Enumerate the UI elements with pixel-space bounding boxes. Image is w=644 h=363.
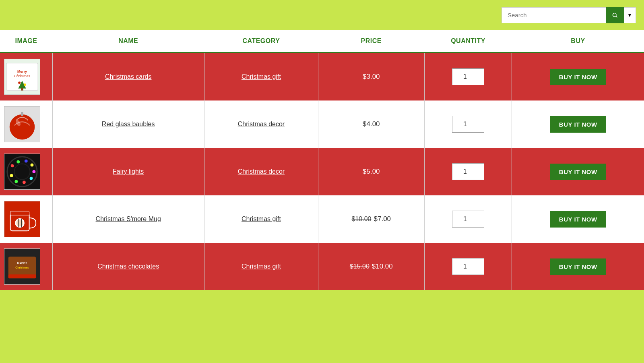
table-header-row: IMAGE NAME CATEGORY PRICE QUANTITY BUY — [0, 30, 644, 53]
svg-point-16 — [25, 160, 28, 163]
svg-point-14 — [11, 164, 14, 167]
product-buy-cell-3: BUY IT NOW — [512, 148, 644, 195]
product-price-cell-2: $4.00 — [318, 100, 425, 148]
product-category-link-5[interactable]: Christmas gift — [242, 263, 281, 270]
product-name-cell-3: Fairy lights — [52, 148, 204, 195]
product-price-3: $5.00 — [363, 168, 380, 175]
product-category-cell-4: Christmas gift — [204, 195, 318, 243]
product-buy-cell-5: BUY IT NOW — [512, 243, 644, 290]
product-quantity-cell-2 — [424, 100, 512, 148]
col-header-quantity: QUANTITY — [424, 30, 512, 53]
col-header-buy: BUY — [512, 30, 644, 53]
search-button[interactable] — [606, 7, 624, 23]
quantity-input-2[interactable] — [452, 116, 484, 133]
quantity-input-1[interactable] — [452, 68, 484, 85]
header: ▼ — [0, 0, 644, 30]
table-row: MERRY Christmas Christmas chocolatesChri… — [0, 243, 644, 290]
search-wrapper: ▼ — [502, 7, 636, 23]
product-price-original-4: $10.00 — [352, 215, 372, 222]
product-price-cell-1: $3.00 — [318, 53, 425, 101]
svg-point-6 — [18, 82, 21, 84]
svg-rect-35 — [8, 275, 36, 279]
product-name-link-1[interactable]: Christmas cards — [105, 73, 152, 80]
col-header-price: PRICE — [318, 30, 425, 53]
product-name-link-3[interactable]: Fairy lights — [113, 168, 144, 175]
product-name-link-4[interactable]: Christmas S'more Mug — [96, 215, 161, 222]
product-buy-cell-4: BUY IT NOW — [512, 195, 644, 243]
product-image-cell-4 — [0, 195, 52, 243]
svg-text:Christmas: Christmas — [15, 266, 29, 269]
col-header-name: NAME — [52, 30, 204, 53]
product-category-link-1[interactable]: Christmas gift — [242, 73, 281, 80]
buy-button-2[interactable]: BUY IT NOW — [550, 116, 606, 133]
product-name-cell-5: Christmas chocolates — [52, 243, 204, 290]
table-row: Merry Christmas Christmas cardsChristmas… — [0, 53, 644, 101]
col-header-category: CATEGORY — [204, 30, 318, 53]
svg-point-15 — [17, 160, 20, 164]
product-buy-cell-1: BUY IT NOW — [512, 53, 644, 101]
search-icon — [612, 12, 618, 18]
svg-rect-5 — [21, 88, 23, 90]
product-image-cell-3 — [0, 148, 52, 195]
product-image-1: Merry Christmas — [4, 59, 40, 95]
svg-rect-10 — [21, 112, 23, 116]
buy-button-3[interactable]: BUY IT NOW — [550, 164, 606, 180]
product-category-cell-5: Christmas gift — [204, 243, 318, 290]
product-category-link-3[interactable]: Christmas decor — [238, 168, 285, 175]
quantity-input-5[interactable] — [452, 258, 484, 275]
product-price-1: $3.00 — [363, 73, 380, 80]
product-name-cell-1: Christmas cards — [52, 53, 204, 101]
product-image-4 — [4, 201, 40, 237]
svg-point-22 — [10, 174, 13, 177]
product-quantity-cell-3 — [424, 148, 512, 195]
product-price-cell-3: $5.00 — [318, 148, 425, 195]
product-image-cell-1: Merry Christmas — [0, 53, 52, 101]
product-table-container: IMAGE NAME CATEGORY PRICE QUANTITY BUY M… — [0, 30, 644, 290]
product-price-sale-5: $10.00 — [372, 263, 393, 270]
svg-point-21 — [14, 180, 18, 183]
product-image-3 — [4, 154, 40, 190]
svg-point-9 — [10, 115, 35, 140]
svg-point-20 — [23, 180, 26, 184]
svg-point-19 — [30, 177, 33, 180]
product-name-cell-4: Christmas S'more Mug — [52, 195, 204, 243]
product-price-original-5: $15.00 — [350, 263, 369, 270]
search-dropdown-button[interactable]: ▼ — [624, 7, 636, 23]
svg-rect-26 — [10, 211, 29, 215]
col-header-image: IMAGE — [0, 30, 52, 53]
table-row: Christmas S'more MugChristmas gift$10.00… — [0, 195, 644, 243]
buy-button-1[interactable]: BUY IT NOW — [550, 69, 606, 85]
product-buy-cell-2: BUY IT NOW — [512, 100, 644, 148]
quantity-input-3[interactable] — [452, 163, 484, 180]
svg-text:MERRY: MERRY — [17, 261, 27, 264]
product-category-link-2[interactable]: Christmas decor — [238, 121, 285, 127]
buy-button-4[interactable]: BUY IT NOW — [550, 211, 606, 228]
search-input[interactable] — [502, 7, 606, 23]
product-category-link-4[interactable]: Christmas gift — [242, 215, 281, 222]
product-image-5: MERRY Christmas — [4, 248, 40, 285]
product-quantity-cell-5 — [424, 243, 512, 290]
product-name-link-5[interactable]: Christmas chocolates — [97, 263, 159, 270]
product-price-cell-4: $10.00$7.00 — [318, 195, 425, 243]
product-price-2: $4.00 — [363, 120, 380, 128]
svg-text:Christmas: Christmas — [14, 74, 30, 78]
svg-point-28 — [16, 219, 23, 227]
svg-point-17 — [31, 163, 34, 166]
product-category-cell-3: Christmas decor — [204, 148, 318, 195]
svg-point-7 — [24, 84, 26, 86]
product-image-cell-2 — [0, 100, 52, 148]
buy-button-5[interactable]: BUY IT NOW — [550, 258, 606, 275]
product-image-2 — [4, 106, 40, 142]
product-name-link-2[interactable]: Red glass baubles — [102, 121, 155, 127]
product-price-cell-5: $15.00$10.00 — [318, 243, 425, 290]
table-row: Fairy lightsChristmas decor$5.00BUY IT N… — [0, 148, 644, 195]
svg-text:Merry: Merry — [17, 70, 27, 74]
product-name-cell-2: Red glass baubles — [52, 100, 204, 148]
quantity-input-4[interactable] — [452, 211, 484, 228]
table-row: Red glass baublesChristmas decor$4.00BUY… — [0, 100, 644, 148]
product-quantity-cell-1 — [424, 53, 512, 101]
product-table: IMAGE NAME CATEGORY PRICE QUANTITY BUY M… — [0, 30, 644, 290]
product-quantity-cell-4 — [424, 195, 512, 243]
product-price-sale-4: $7.00 — [374, 215, 391, 223]
svg-point-18 — [32, 170, 35, 173]
